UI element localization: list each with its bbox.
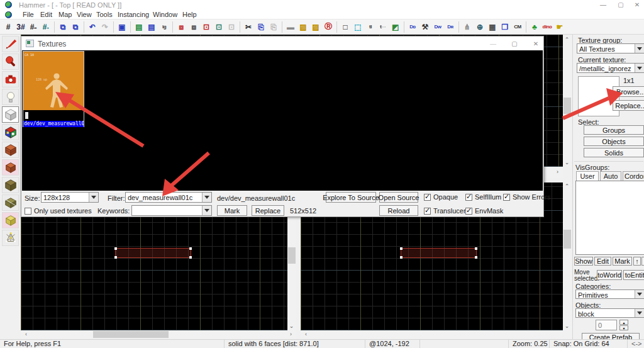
menu-tools[interactable]: Tools: [95, 11, 114, 20]
categories-combo[interactable]: Primitives: [575, 289, 644, 299]
ungroup-icon[interactable]: ⊡: [200, 21, 213, 33]
texture-image[interactable]: CA 10 128 up: [23, 52, 84, 110]
carve-tool-icon[interactable]: ⚒: [419, 21, 431, 33]
texture-scale-lock-icon[interactable]: t⇔: [377, 21, 389, 33]
chevron-down-icon[interactable]: [202, 206, 211, 215]
toworld-button[interactable]: toWorld: [597, 270, 622, 280]
menu-window[interactable]: Window: [152, 11, 179, 20]
smaller-grid-icon[interactable]: #˗: [27, 21, 40, 33]
filter-value[interactable]: dev_measurewall01c: [128, 194, 201, 201]
paste-icon[interactable]: ⎘: [267, 21, 280, 33]
detail-world-icon[interactable]: Dᴡ: [431, 21, 444, 33]
objects-combo[interactable]: block: [575, 308, 644, 318]
apply-texture-tool[interactable]: [2, 142, 19, 158]
menu-file[interactable]: File: [21, 11, 35, 20]
visgroup-tab-user[interactable]: User: [576, 171, 599, 181]
visgroups-list[interactable]: [575, 181, 644, 255]
save-window-state-icon[interactable]: ⧉: [69, 21, 82, 33]
magnify-tool[interactable]: [2, 53, 19, 70]
detail-render-icon[interactable]: Dʀ: [444, 21, 457, 33]
maximize-button[interactable]: ▢: [614, 1, 628, 9]
dialog-minimize-button[interactable]: —: [486, 39, 501, 48]
dino-icon[interactable]: dino: [541, 21, 553, 33]
undo-icon[interactable]: ↶: [86, 21, 99, 33]
scroll-up-icon[interactable]: ⌃: [563, 36, 571, 44]
menu-edit[interactable]: Edit: [39, 11, 53, 20]
toggle-grid-icon[interactable]: #: [2, 21, 14, 33]
selected-brush[interactable]: [115, 248, 191, 258]
ig-toggle-icon[interactable]: ig: [158, 21, 170, 33]
scroll-up-icon[interactable]: ⌃: [563, 182, 571, 191]
texture-thumbnail[interactable]: CA 10 128 up dev/dev_measurewall01c: [23, 51, 84, 127]
top-view-vertical-scrollbar[interactable]: ⌃ ⌄: [563, 36, 572, 167]
close-button[interactable]: ✕: [630, 1, 644, 9]
copy-icon[interactable]: ⎘: [255, 21, 267, 33]
entity-tool[interactable]: [2, 89, 19, 105]
chevron-down-icon[interactable]: [635, 64, 644, 72]
target-icon[interactable]: ⊕: [474, 21, 486, 33]
dither-icon[interactable]: ▩: [486, 21, 499, 33]
replace-button[interactable]: Replace: [252, 205, 284, 216]
instances-icon[interactable]: ❒: [499, 21, 511, 33]
hide-selected-icon[interactable]: ⊡: [213, 21, 225, 33]
camera-tool[interactable]: [2, 71, 19, 87]
dialog-title-bar[interactable]: Textures — ▢ ✕: [21, 36, 543, 50]
redo-icon[interactable]: ↷: [99, 21, 111, 33]
filter-combo[interactable]: dev_measurewall01c: [125, 192, 212, 203]
morph-tool[interactable]: [2, 230, 19, 246]
chevron-down-icon[interactable]: [202, 193, 211, 202]
reload-button[interactable]: Reload: [379, 205, 418, 216]
radius-culling-icon[interactable]: Ⓡ: [322, 21, 335, 33]
keywords-combo[interactable]: [131, 205, 212, 216]
move-down-button[interactable]: ↓: [641, 257, 644, 266]
chevron-down-icon[interactable]: [635, 44, 644, 53]
move-up-button[interactable]: ↑: [633, 257, 641, 266]
select-groups-button[interactable]: Groups: [584, 125, 644, 135]
dialog-maximize-button[interactable]: ▢: [507, 39, 522, 48]
pointfile-icon[interactable]: ▤: [145, 21, 158, 33]
mark-button[interactable]: Mark: [217, 205, 247, 216]
opaque-checkbox[interactable]: Opaque: [424, 193, 458, 201]
scroll-right-icon[interactable]: ›: [287, 330, 295, 339]
scroll-right-icon[interactable]: ›: [553, 168, 562, 176]
map-operations-icon[interactable]: ▤: [133, 21, 145, 33]
visgroup-tab-cordon[interactable]: Cordon: [623, 171, 644, 181]
bottom-right-view-vertical-scrollbar[interactable]: ⌃ ⌄: [563, 182, 572, 330]
explore-to-source-button[interactable]: Explore To Source: [326, 192, 376, 203]
faces-spinner-field[interactable]: 0: [596, 320, 617, 330]
scroll-down-icon[interactable]: ⌄: [563, 322, 571, 330]
chevron-down-icon[interactable]: [635, 309, 644, 317]
scroll-thumb[interactable]: [93, 331, 169, 338]
dialog-close-button[interactable]: ✕: [528, 39, 543, 48]
clipping-tool[interactable]: [2, 194, 19, 211]
visgroup-edit-button[interactable]: Edit: [594, 257, 611, 266]
run-map-icon[interactable]: ▣: [116, 21, 128, 33]
bottom-right-view-horizontal-scrollbar[interactable]: ‹: [301, 330, 572, 339]
cm-icon[interactable]: CM: [511, 21, 524, 33]
cordon-edit-icon[interactable]: ▨: [297, 21, 309, 33]
menu-map[interactable]: Map: [57, 11, 73, 20]
vertex-manipulation-tool[interactable]: [2, 212, 19, 228]
current-texture-combo[interactable]: /metallic_ignorez: [577, 63, 644, 73]
apply-overlays-tool[interactable]: [2, 177, 19, 193]
texture-browser-area[interactable]: [22, 50, 543, 191]
scroll-left-icon[interactable]: ‹: [22, 330, 30, 339]
replace-texture-button[interactable]: Replace...: [613, 100, 644, 111]
texture-application-tool[interactable]: [2, 124, 19, 140]
scroll-thumb[interactable]: [564, 230, 571, 249]
open-source-button[interactable]: Open Source: [379, 192, 418, 203]
hide-unselected-icon[interactable]: ⊡: [225, 21, 238, 33]
selfillum-checkbox[interactable]: SelfIllum: [465, 193, 501, 201]
larger-grid-icon[interactable]: #˖: [40, 21, 52, 33]
chevron-down-icon[interactable]: [635, 290, 644, 298]
cut-icon[interactable]: ✂: [242, 21, 255, 33]
block-tool[interactable]: [2, 106, 19, 123]
texture-group-combo[interactable]: All Textures: [577, 43, 644, 53]
scroll-down-icon[interactable]: ⌄: [287, 322, 296, 330]
minimize-button[interactable]: —: [596, 1, 610, 9]
translucent-checkbox[interactable]: Translucent: [424, 207, 469, 215]
menu-instancing[interactable]: Instancing: [116, 11, 150, 20]
visgroup-tab-auto[interactable]: Auto: [600, 171, 621, 181]
menu-view[interactable]: View: [75, 11, 93, 20]
texture-lock-icon[interactable]: tl: [364, 21, 377, 33]
